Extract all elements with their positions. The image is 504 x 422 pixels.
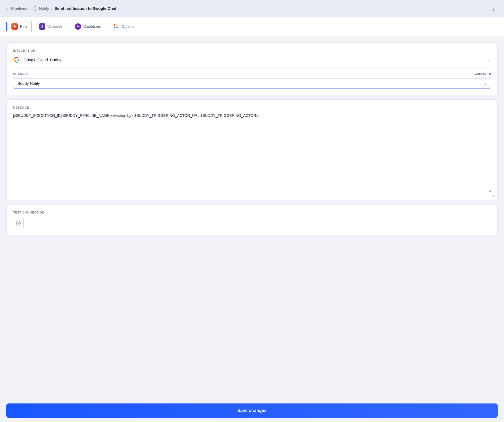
footer: Save changes: [0, 399, 504, 422]
tab-options-label: Options: [121, 24, 134, 29]
save-changes-button[interactable]: Save changes: [6, 403, 498, 418]
header: ‹ Pipelines / Notify / Send notification…: [0, 0, 504, 17]
integration-chevron-icon: ⌄: [488, 57, 491, 62]
conditions-icon: [75, 23, 81, 30]
divider: [13, 68, 491, 68]
breadcrumb-current: Send notification to Google Chat: [55, 6, 116, 11]
channel-select-container: Buddy Notify General Notifications ⌄: [13, 78, 491, 88]
google-cloud-icon: [13, 56, 20, 63]
tab-variables[interactable]: $ Variables: [34, 21, 68, 32]
tab-run-label: Run: [20, 24, 27, 29]
test-checkmark-icon: [16, 221, 21, 225]
message-textarea[interactable]: [#$BUDDY_EXECUTION_ID] $BUDDY_PIPELINE_N…: [13, 113, 491, 192]
variables-icon: $: [39, 23, 45, 30]
main-content: INTEGRATION Google Cloud_Buddy ⌄ CHANNEL…: [0, 36, 504, 399]
run-icon: [11, 23, 18, 30]
tab-conditions-label: Conditions: [83, 24, 101, 29]
integration-dropdown[interactable]: Google Cloud_Buddy ⌄: [13, 56, 491, 63]
integration-section-label: INTEGRATION: [13, 49, 491, 52]
breadcrumb-notify-group: Notify: [33, 6, 49, 11]
breadcrumb-sep1: /: [29, 6, 30, 11]
breadcrumb-notify[interactable]: Notify: [39, 6, 49, 11]
options-icon: [113, 23, 119, 30]
more-icon: ⋮: [491, 5, 496, 12]
run-icon-wrapper: [11, 23, 18, 30]
integration-name: Google Cloud_Buddy: [24, 57, 62, 62]
tab-conditions[interactable]: Conditions: [70, 21, 106, 32]
tab-options[interactable]: Options: [108, 21, 139, 32]
breadcrumb-pipelines[interactable]: Pipelines: [11, 6, 27, 11]
tab-variables-label: Variables: [47, 24, 63, 29]
svg-point-1: [16, 221, 20, 225]
conditions-icon-wrapper: [75, 23, 81, 30]
svg-marker-0: [14, 25, 16, 28]
back-icon: ‹: [6, 6, 8, 11]
integration-left: Google Cloud_Buddy: [13, 56, 62, 63]
notify-icon: [33, 6, 37, 11]
variables-icon-wrapper: $: [39, 23, 45, 30]
integration-card: INTEGRATION Google Cloud_Buddy ⌄ CHANNEL…: [6, 42, 498, 95]
channel-header: CHANNEL Refresh list: [13, 72, 491, 76]
tab-run[interactable]: Run: [6, 21, 32, 32]
message-card: MESSAGE [#$BUDDY_EXECUTION_ID] $BUDDY_PI…: [6, 99, 498, 200]
tabs-bar: Run $ Variables Conditions: [0, 17, 504, 36]
more-menu-button[interactable]: ⋮: [489, 4, 498, 13]
refresh-list-link[interactable]: Refresh list: [474, 72, 491, 76]
channel-section-label: CHANNEL: [13, 73, 29, 76]
test-connection-card: TEST CONNECTION: [6, 204, 498, 235]
resize-handle-icon: ⇲: [492, 194, 495, 198]
channel-select-wrapper: Buddy Notify General Notifications ⌄: [13, 78, 491, 88]
back-button[interactable]: ‹: [6, 6, 8, 11]
test-connection-button[interactable]: [13, 218, 24, 228]
message-section-label: MESSAGE: [13, 106, 491, 109]
breadcrumb: ‹ Pipelines / Notify / Send notification…: [6, 6, 116, 11]
options-icon-wrapper: [113, 23, 119, 30]
test-connection-section-label: TEST CONNECTION: [13, 211, 491, 214]
breadcrumb-sep2: /: [51, 6, 52, 11]
channel-select[interactable]: Buddy Notify General Notifications: [13, 78, 491, 88]
